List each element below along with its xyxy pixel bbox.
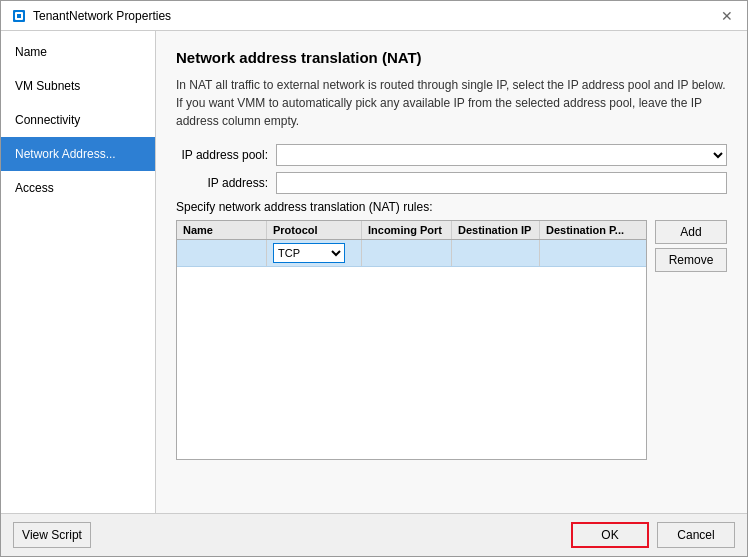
table-row[interactable]: TCP UDP (177, 240, 646, 267)
cell-destination-ip (452, 240, 540, 266)
cell-name (177, 240, 267, 266)
dialog-footer: View Script OK Cancel (1, 513, 747, 556)
cell-destination-p (540, 240, 646, 266)
col-header-destination-ip: Destination IP (452, 221, 540, 239)
protocol-select[interactable]: TCP UDP (273, 243, 345, 263)
ip-address-input[interactable] (276, 172, 727, 194)
dialog-body: Name VM Subnets Connectivity Network Add… (1, 31, 747, 513)
cancel-button[interactable]: Cancel (657, 522, 735, 548)
col-header-destination-p: Destination P... (540, 221, 646, 239)
col-header-incoming-port: Incoming Port (362, 221, 452, 239)
ip-pool-row: IP address pool: (176, 144, 727, 166)
table-and-buttons: Name Protocol Incoming Port Destination … (176, 220, 727, 460)
nat-table: Name Protocol Incoming Port Destination … (176, 220, 647, 460)
footer-right: OK Cancel (571, 522, 735, 548)
add-button[interactable]: Add (655, 220, 727, 244)
section-title: Network address translation (NAT) (176, 49, 727, 66)
svg-rect-2 (17, 14, 21, 18)
nat-rules-label: Specify network address translation (NAT… (176, 200, 727, 214)
view-script-button[interactable]: View Script (13, 522, 91, 548)
title-bar: TenantNetwork Properties ✕ (1, 1, 747, 31)
table-body: TCP UDP (177, 240, 646, 440)
sidebar-item-access[interactable]: Access (1, 171, 155, 205)
window-title: TenantNetwork Properties (33, 9, 171, 23)
dialog: TenantNetwork Properties ✕ Name VM Subne… (0, 0, 748, 557)
ok-button[interactable]: OK (571, 522, 649, 548)
side-buttons: Add Remove (655, 220, 727, 460)
sidebar-item-vm-subnets[interactable]: VM Subnets (1, 69, 155, 103)
sidebar-item-name[interactable]: Name (1, 35, 155, 69)
sidebar-item-connectivity[interactable]: Connectivity (1, 103, 155, 137)
ip-address-label: IP address: (176, 176, 276, 190)
sidebar-item-network-address[interactable]: Network Address... (1, 137, 155, 171)
description-text: In NAT all traffic to external network i… (176, 76, 727, 130)
footer-left: View Script (13, 522, 91, 548)
ip-pool-label: IP address pool: (176, 148, 276, 162)
window-icon (11, 8, 27, 24)
main-content: Network address translation (NAT) In NAT… (156, 31, 747, 513)
table-header: Name Protocol Incoming Port Destination … (177, 221, 646, 240)
remove-button[interactable]: Remove (655, 248, 727, 272)
cell-protocol[interactable]: TCP UDP (267, 240, 362, 266)
col-header-name: Name (177, 221, 267, 239)
ip-address-row: IP address: (176, 172, 727, 194)
col-header-protocol: Protocol (267, 221, 362, 239)
title-bar-left: TenantNetwork Properties (11, 8, 171, 24)
close-button[interactable]: ✕ (717, 6, 737, 26)
sidebar: Name VM Subnets Connectivity Network Add… (1, 31, 156, 513)
ip-pool-select[interactable] (276, 144, 727, 166)
cell-incoming-port (362, 240, 452, 266)
